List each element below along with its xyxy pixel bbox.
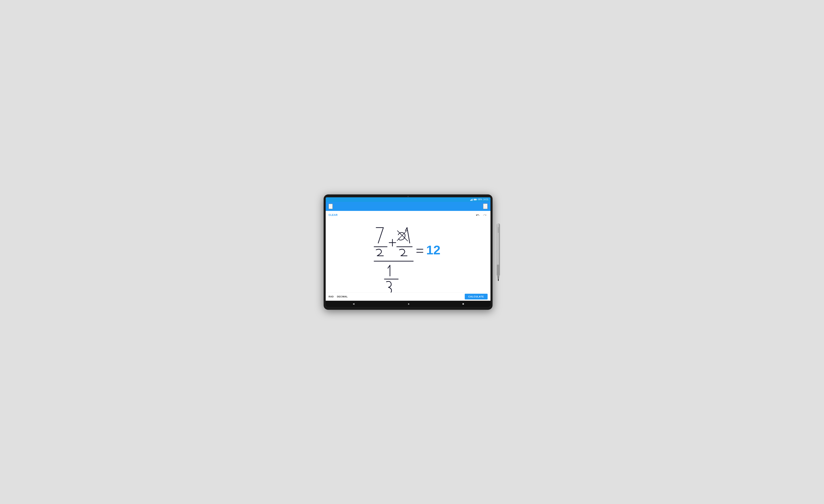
app-bar: ☰ bbox=[326, 202, 491, 211]
content-area: CLEAR bbox=[326, 211, 491, 301]
stylus-grip bbox=[497, 265, 500, 276]
svg-text:12: 12 bbox=[426, 243, 440, 257]
clear-button[interactable]: CLEAR bbox=[329, 214, 338, 216]
math-drawing: 12 bbox=[326, 218, 491, 293]
status-bar: 86% 14:31 bbox=[326, 197, 491, 202]
scene: 86% 14:31 ☰ CLEAR bbox=[324, 194, 500, 310]
stylus-tip-holder bbox=[497, 275, 500, 279]
share-button[interactable] bbox=[483, 203, 488, 209]
tablet-screen: 86% 14:31 ☰ CLEAR bbox=[326, 197, 491, 307]
clock: 14:31 bbox=[483, 198, 489, 201]
calculate-button[interactable]: CALCULATE bbox=[465, 294, 488, 299]
stylus: Lenovo bbox=[496, 223, 500, 281]
bottom-bar: RAD DECIMAL CALCULATE bbox=[326, 293, 491, 301]
camera bbox=[407, 196, 409, 197]
home-button[interactable]: ● bbox=[408, 302, 409, 305]
battery-pct: 86% bbox=[478, 198, 482, 201]
canvas-area[interactable]: 12 bbox=[326, 218, 491, 293]
stylus-body: Lenovo bbox=[497, 223, 500, 265]
stylus-brand: Lenovo bbox=[498, 227, 499, 233]
toolbar-row: CLEAR bbox=[326, 211, 491, 218]
battery-icon bbox=[474, 199, 477, 200]
bottom-labels: RAD DECIMAL bbox=[329, 295, 348, 298]
nav-bar: ◄ ● ■ bbox=[326, 301, 491, 307]
format-label: DECIMAL bbox=[337, 295, 348, 298]
stylus-tip bbox=[498, 279, 499, 281]
mode-label: RAD bbox=[329, 295, 334, 298]
undo-button[interactable] bbox=[475, 212, 481, 218]
back-button[interactable]: ◄ bbox=[352, 302, 355, 305]
recents-button[interactable]: ■ bbox=[462, 302, 464, 305]
menu-button[interactable]: ☰ bbox=[329, 204, 333, 209]
undo-redo-group bbox=[475, 212, 488, 218]
tablet: 86% 14:31 ☰ CLEAR bbox=[324, 194, 493, 310]
redo-button[interactable] bbox=[482, 212, 488, 218]
signal-icon bbox=[470, 198, 473, 201]
math-svg: 12 bbox=[354, 218, 461, 293]
